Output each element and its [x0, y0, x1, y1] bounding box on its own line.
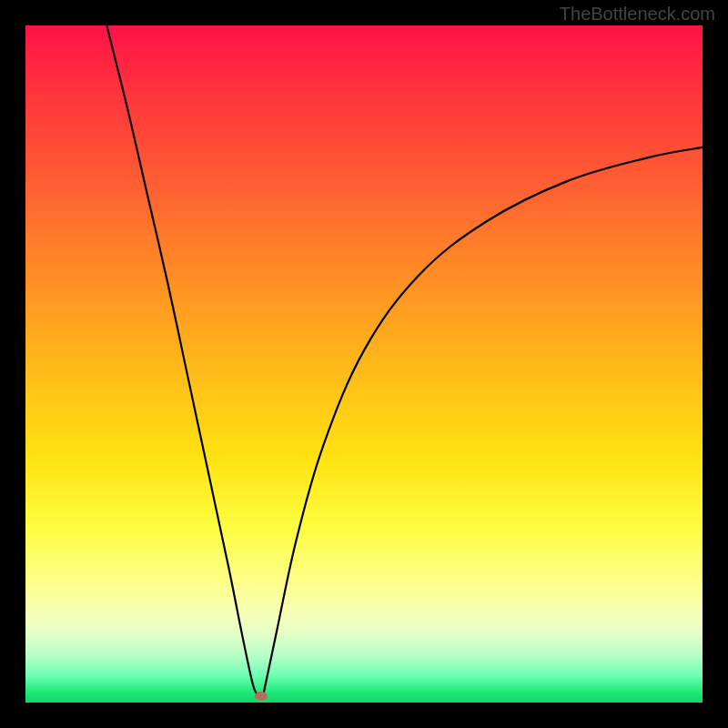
chart-plot-area: [25, 25, 703, 703]
minimum-point-marker: [255, 692, 268, 701]
curve-left-branch: [106, 25, 257, 694]
watermark-text: TheBottleneck.com: [560, 4, 715, 25]
bottleneck-curve: [25, 25, 703, 703]
curve-right-branch: [264, 147, 703, 693]
